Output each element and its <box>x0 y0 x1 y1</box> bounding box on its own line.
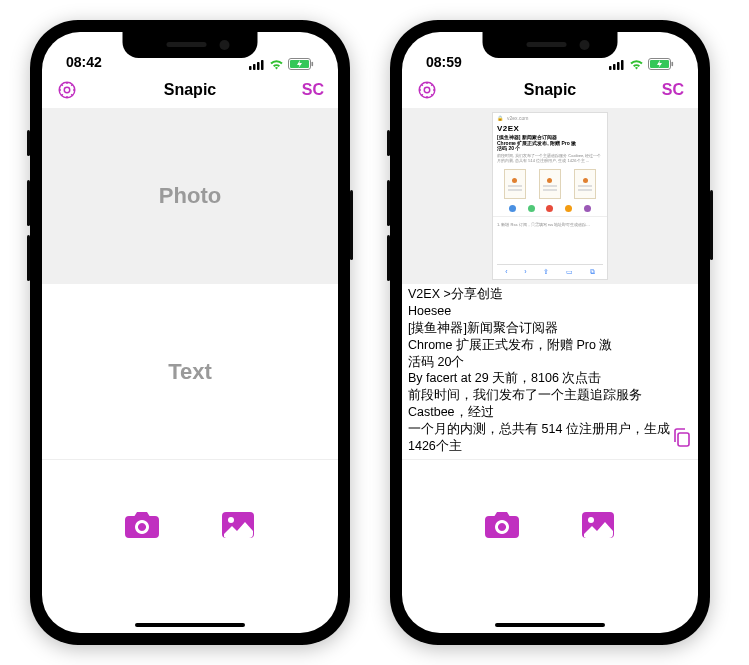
nav-bar: Snapic SC <box>402 72 698 108</box>
thumb-icons <box>497 205 603 212</box>
thumb-title: [摸鱼神器] 新闻聚合订阅器 Chrome 扩展正式发布, 附赠 Pro 激 活… <box>497 135 603 152</box>
settings-button[interactable] <box>416 79 444 101</box>
mute-switch <box>387 130 390 156</box>
notch <box>483 32 618 58</box>
svg-rect-2 <box>257 62 260 70</box>
status-time: 08:42 <box>66 54 102 70</box>
battery-icon <box>648 58 674 70</box>
svg-rect-12 <box>613 64 616 70</box>
photo-section[interactable]: 🔒 v2ex.com V2EX [摸鱼神器] 新闻聚合订阅器 Chrome 扩展… <box>402 108 698 284</box>
svg-rect-14 <box>621 60 624 70</box>
thumb-logo: V2EX <box>497 124 603 133</box>
mute-switch <box>27 130 30 156</box>
svg-point-10 <box>228 517 234 523</box>
volume-up <box>27 180 30 226</box>
photo-thumbnail: 🔒 v2ex.com V2EX [摸鱼神器] 新闻聚合订阅器 Chrome 扩展… <box>492 112 608 280</box>
text-section[interactable]: V2EX >分享创造 Hoesee [摸鱼神器]新闻聚合订阅器 Chrome 扩… <box>402 284 698 460</box>
status-time: 08:59 <box>426 54 462 70</box>
gallery-button[interactable] <box>220 510 256 544</box>
svg-rect-13 <box>617 62 620 70</box>
text-placeholder: Text <box>168 359 212 385</box>
svg-rect-6 <box>312 62 314 66</box>
nav-right-button[interactable]: SC <box>296 81 324 99</box>
svg-point-19 <box>424 87 430 93</box>
volume-up <box>387 180 390 226</box>
svg-point-8 <box>64 87 70 93</box>
svg-rect-3 <box>261 60 264 70</box>
nav-right-button[interactable]: SC <box>656 81 684 99</box>
volume-down <box>387 235 390 281</box>
thumb-cards <box>497 169 603 199</box>
phone-frame-left: 08:42 Snapic SC <box>30 20 350 645</box>
svg-rect-11 <box>609 66 612 70</box>
battery-icon <box>288 58 314 70</box>
nav-bar: Snapic SC <box>42 72 338 108</box>
svg-rect-20 <box>678 433 689 446</box>
svg-rect-17 <box>672 62 674 66</box>
svg-rect-1 <box>253 64 256 70</box>
bottom-toolbar <box>402 460 698 633</box>
nav-title: Snapic <box>164 81 216 99</box>
power-button <box>710 190 713 260</box>
settings-button[interactable] <box>56 79 84 101</box>
text-section[interactable]: Text <box>42 284 338 460</box>
cellular-signal-icon <box>249 59 265 70</box>
copy-button[interactable] <box>672 427 692 453</box>
camera-button[interactable] <box>484 510 520 544</box>
home-indicator[interactable] <box>135 623 245 627</box>
photo-placeholder: Photo <box>159 183 221 209</box>
home-indicator[interactable] <box>495 623 605 627</box>
camera-button[interactable] <box>124 510 160 544</box>
photo-section[interactable]: Photo <box>42 108 338 284</box>
wifi-icon <box>269 59 284 70</box>
svg-point-22 <box>588 517 594 523</box>
ocr-text: V2EX >分享创造 Hoesee [摸鱼神器]新闻聚合订阅器 Chrome 扩… <box>408 286 692 455</box>
thumb-browser-bar: ‹›⇪▭⧉ <box>497 264 603 276</box>
gallery-button[interactable] <box>580 510 616 544</box>
cellular-signal-icon <box>609 59 625 70</box>
volume-down <box>27 235 30 281</box>
wifi-icon <box>629 59 644 70</box>
phone-frame-right: 08:59 Snapic SC <box>390 20 710 645</box>
svg-rect-0 <box>249 66 252 70</box>
bottom-toolbar <box>42 460 338 633</box>
thumb-list: 1. 新增 Rss 订阅，只需填写 rss 地址即可生成追踪… <box>497 223 603 228</box>
thumb-body: 前段时间, 我们发布了一个主题追踪服务 Castbee, 经过一个月的内测, 总… <box>497 154 603 163</box>
power-button <box>350 190 353 260</box>
nav-title: Snapic <box>524 81 576 99</box>
thumb-lock-icon: 🔒 <box>497 116 503 122</box>
notch <box>123 32 258 58</box>
thumb-url: v2ex.com <box>507 116 528 122</box>
